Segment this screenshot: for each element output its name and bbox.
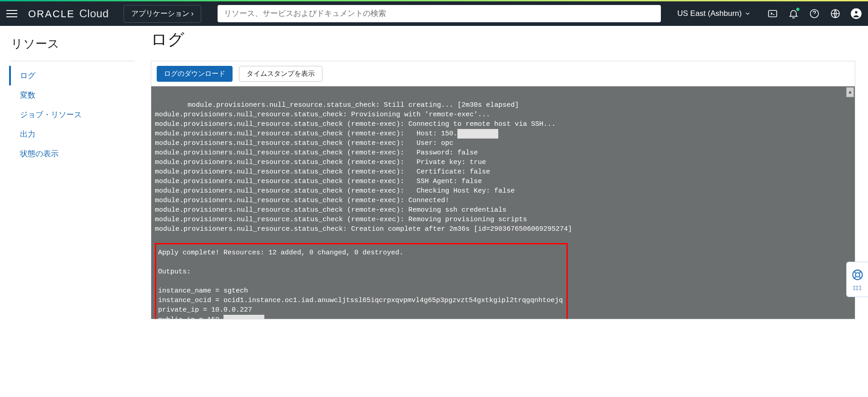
log-line: module.provisioners.null_resource.status… [155, 216, 527, 223]
sidebar-divider [11, 61, 134, 61]
log-toolbar: ログのダウンロード タイムスタンプを表示 [151, 61, 855, 86]
log-line: module.provisioners.null_resource.status… [155, 178, 482, 185]
redacted-ip: xxxxxxxxxx [223, 315, 264, 319]
cloudshell-icon[interactable] [767, 8, 778, 19]
search-input[interactable] [218, 5, 661, 22]
log-line: module.provisioners.null_resource.status… [155, 187, 515, 195]
outputs-highlight: Apply complete! Resources: 12 added, 0 c… [155, 243, 568, 319]
output-instance-name: instance_name = sgtech [158, 287, 248, 295]
download-log-button[interactable]: ログのダウンロード [157, 66, 233, 82]
lifebuoy-icon [851, 268, 864, 281]
sidebar-item-log[interactable]: ログ [9, 66, 134, 85]
sidebar-item-variables[interactable]: 変数 [11, 85, 134, 105]
log-line: module.provisioners.null_resource.status… [155, 197, 449, 204]
cloud-text: Cloud [79, 7, 109, 20]
output-public-ip: public_ip = 150. [158, 316, 223, 319]
log-line: module.provisioners.null_resource.status… [155, 149, 478, 157]
applications-label: アプリケーション [131, 9, 189, 19]
support-fab[interactable] [846, 262, 868, 297]
sidebar: リソース ログ 変数 ジョブ・リソース 出力 状態の表示 [0, 26, 145, 397]
page-title: ログ [151, 29, 855, 51]
sidebar-item-state[interactable]: 状態の表示 [11, 144, 134, 164]
sidebar-item-job-resources[interactable]: ジョブ・リソース [11, 105, 134, 124]
show-timestamps-button[interactable]: タイムスタンプを表示 [239, 66, 322, 82]
notification-dot [796, 8, 799, 11]
region-selector[interactable]: US East (Ashburn) [677, 9, 751, 18]
redacted-ip: xxxxxxxxxx [457, 129, 498, 139]
chevron-down-icon [744, 10, 751, 17]
content: ログ ログのダウンロード タイムスタンプを表示 ▲module.provisio… [145, 26, 868, 397]
main: リソース ログ 変数 ジョブ・リソース 出力 状態の表示 ログ ログのダウンロー… [0, 26, 868, 397]
outputs-label: Outputs: [158, 268, 191, 276]
log-line: module.provisioners.null_resource.status… [188, 101, 519, 109]
help-icon[interactable] [809, 8, 820, 19]
header-icons [767, 8, 862, 19]
bell-icon[interactable] [788, 8, 799, 19]
globe-icon[interactable] [830, 8, 841, 19]
search-wrap [218, 5, 661, 22]
log-card: ログのダウンロード タイムスタンプを表示 ▲module.provisioner… [151, 61, 855, 319]
svg-point-4 [855, 11, 858, 14]
brand-text: ORACLE [28, 8, 74, 20]
log-line: module.provisioners.null_resource.status… [155, 130, 457, 138]
header: ORACLE Cloud アプリケーション › US East (Ashburn… [0, 1, 868, 26]
chevron-right-icon: › [191, 10, 193, 18]
log-line: module.provisioners.null_resource.status… [155, 168, 490, 176]
log-line: module.provisioners.null_resource.status… [155, 206, 506, 214]
logo[interactable]: ORACLE Cloud [28, 7, 109, 20]
sidebar-title: リソース [11, 36, 134, 52]
profile-icon[interactable] [851, 8, 862, 19]
apply-complete: Apply complete! Resources: 12 added, 0 c… [158, 249, 403, 257]
sidebar-item-outputs[interactable]: 出力 [11, 124, 134, 144]
region-label: US East (Ashburn) [677, 9, 742, 18]
log-body[interactable]: ▲module.provisioners.null_resource.statu… [151, 86, 855, 319]
menu-icon[interactable] [6, 7, 20, 20]
scroll-up-icon[interactable]: ▲ [846, 87, 854, 97]
applications-button[interactable]: アプリケーション › [124, 5, 201, 23]
log-line: module.provisioners.null_resource.status… [155, 139, 453, 147]
output-instance-ocid: instance_ocid = ocid1.instance.oc1.iad.a… [158, 297, 563, 304]
log-line: module.provisioners.null_resource.status… [155, 111, 490, 119]
output-private-ip: private_ip = 10.0.0.227 [158, 306, 252, 314]
log-line: module.provisioners.null_resource.status… [155, 159, 486, 166]
apps-grid-icon [853, 286, 862, 290]
svg-point-6 [855, 273, 859, 277]
log-line: module.provisioners.null_resource.status… [155, 225, 572, 233]
log-line: module.provisioners.null_resource.status… [155, 120, 556, 128]
